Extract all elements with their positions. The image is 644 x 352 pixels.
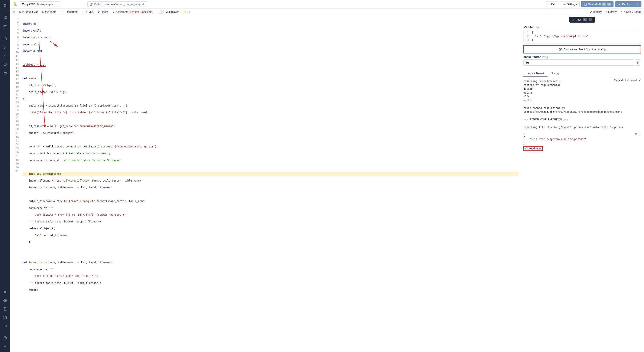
svg-marker-5 — [4, 46, 6, 48]
save-draft-button[interactable]: Save draft ⌘S — [581, 1, 614, 7]
arrow-right-icon[interactable] — [1, 342, 9, 350]
history-button[interactable]: ↺ History — [590, 10, 602, 14]
toolbar: $ +Context Var $ +Variable ⬚ +Resource ⬚… — [10, 8, 644, 15]
play-icon[interactable] — [1, 44, 9, 51]
svg-rect-1 — [5, 16, 6, 17]
building-icon[interactable] — [1, 305, 9, 313]
s3-file-label: s3_file* object — [524, 26, 641, 29]
status-dot — [13, 11, 15, 13]
tab-history[interactable]: History — [548, 70, 563, 77]
right-panel: ▷ Test ⌘↵ s3_file* object 123 { "s3": "t… — [520, 15, 644, 352]
s3-explorer-link[interactable]: s3 explorer — [524, 146, 543, 151]
line-gutter: 1234567891011121314151617181920212223242… — [10, 15, 21, 352]
copy-icon[interactable]: ⎘ — [635, 132, 637, 136]
reset-button[interactable]: ↻ Reset — [98, 10, 108, 14]
header: 🐍 Path u/admin/import_csv_to_parquet ± D… — [10, 0, 644, 8]
settings-icon[interactable] — [1, 296, 9, 304]
path-label[interactable]: Path — [87, 2, 102, 7]
main-area: 🐍 Path u/admin/import_csv_to_parquet ± D… — [10, 0, 644, 352]
star-icon[interactable] — [1, 22, 9, 30]
python-icon: 🐍 — [13, 2, 18, 7]
svg-point-10 — [5, 300, 6, 301]
svg-rect-0 — [4, 16, 5, 17]
grid-icon[interactable] — [1, 14, 9, 21]
svg-point-9 — [4, 291, 6, 292]
logo-icon[interactable] — [1, 2, 9, 10]
type-button[interactable]: ⬚ +Type — [82, 10, 93, 14]
scale-factor-input[interactable] — [524, 60, 634, 66]
context-var-button[interactable]: $ +Context Var — [19, 10, 38, 14]
eye-icon[interactable] — [1, 322, 9, 330]
tab-logs[interactable]: Logs & Result — [524, 70, 548, 77]
resource-button[interactable]: ⬚ +Resource — [60, 10, 78, 14]
vscode-button[interactable]: ⟷ Use VScode — [621, 10, 642, 14]
svg-marker-4 — [4, 24, 6, 27]
deploy-button[interactable]: Deploy — [615, 1, 634, 7]
multiplayer-toggle[interactable]: Multiplayer — [158, 10, 179, 14]
diff-button[interactable]: ± Diff — [546, 1, 558, 7]
user-icon[interactable] — [1, 288, 9, 296]
autoscroll-check[interactable]: ✓ — [639, 79, 641, 82]
logs-output: Expand Auto scroll ✓ resolving dependenc… — [520, 77, 644, 352]
folder-icon[interactable] — [1, 314, 9, 321]
svg-rect-7 — [4, 72, 6, 74]
svg-rect-2 — [4, 18, 5, 19]
settings-button[interactable]: Settings — [560, 1, 580, 7]
path-value: u/admin/import_csv_to_parquet — [102, 2, 147, 7]
assistants-button[interactable]: ↻ Assistants (Pyright Black Ruff) — [112, 10, 153, 14]
ai-button[interactable]: ✨ AI — [183, 10, 190, 14]
choose-object-catalog-button[interactable]: Choose an object from the catalog — [524, 45, 641, 54]
code-editor[interactable]: 1234567891011121314151617181920212223242… — [10, 15, 520, 352]
script-title-input[interactable] — [20, 2, 60, 7]
variable-button[interactable]: $ +Variable — [42, 10, 56, 14]
scale-dollar-button[interactable]: $ — [635, 60, 641, 66]
svg-point-13 — [5, 326, 6, 326]
calendar-icon[interactable] — [1, 69, 9, 77]
dollar-icon[interactable] — [1, 52, 9, 60]
cube-icon[interactable] — [1, 60, 9, 68]
code-body[interactable]: import os import wmill import polars as … — [21, 15, 520, 352]
deploy-dropdown[interactable] — [634, 1, 642, 7]
s3-file-json-editor[interactable]: 123 { "s3": "tpc-h/1g/input/supplier.csv… — [524, 30, 641, 44]
help-icon[interactable] — [1, 334, 9, 342]
left-sidebar — [0, 0, 10, 352]
autoscroll-label: Auto scroll — [625, 79, 637, 82]
result-output: ⎘ ⛶ { "s3": "tpc-h/1g/raw/supplier.parqu… — [524, 134, 641, 151]
home-icon[interactable] — [1, 35, 9, 42]
test-button[interactable]: ▷ Test ⌘↵ — [569, 17, 595, 22]
svg-rect-11 — [4, 308, 6, 310]
scale-factor-label: scale_factor string — [524, 55, 641, 58]
output-tabs: Logs & Result History — [524, 70, 641, 77]
expand-icon[interactable]: ⛶ — [638, 132, 641, 136]
expand-button[interactable]: Expand — [614, 79, 623, 82]
content-split: 1234567891011121314151617181920212223242… — [10, 15, 644, 352]
library-button[interactable]: ⫴ Library — [606, 10, 617, 14]
svg-rect-3 — [5, 18, 6, 19]
